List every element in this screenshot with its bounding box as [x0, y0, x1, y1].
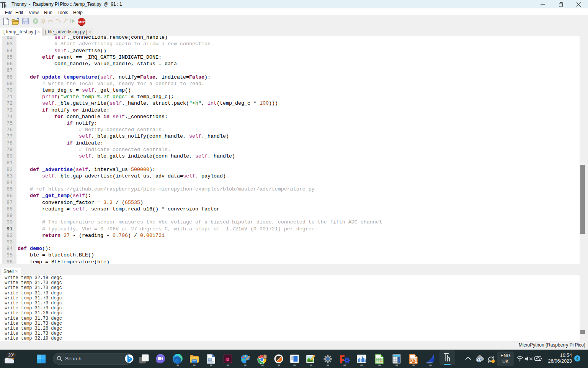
svg-text:STOP: STOP — [78, 21, 85, 23]
svg-text:Id: Id — [225, 357, 229, 361]
